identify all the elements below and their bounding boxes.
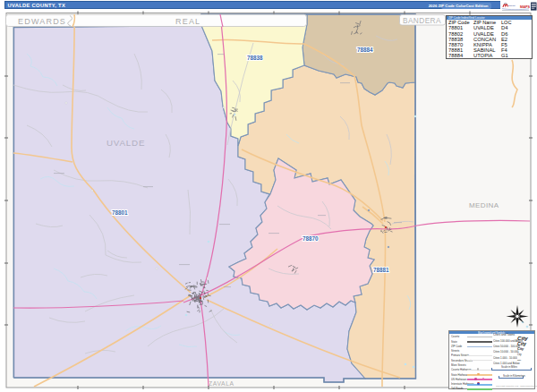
svg-text:ZAVALA: ZAVALA (209, 380, 234, 387)
svg-text:78884: 78884 (357, 47, 373, 53)
svg-text:EDWARDS: EDWARDS (18, 17, 66, 26)
svg-text:Market: Market (507, 4, 516, 7)
svg-text:78870: 78870 (303, 235, 319, 242)
svg-text:UVALDE: UVALDE (107, 138, 145, 148)
svg-text:78801: 78801 (112, 209, 128, 216)
svg-text:MAPS: MAPS (520, 5, 530, 9)
svg-text:BANDERA: BANDERA (403, 16, 441, 25)
svg-text:78881: 78881 (373, 267, 389, 273)
svg-text:MEDINA: MEDINA (469, 201, 499, 209)
svg-text:REAL: REAL (175, 17, 200, 26)
svg-text:78838: 78838 (247, 55, 263, 61)
